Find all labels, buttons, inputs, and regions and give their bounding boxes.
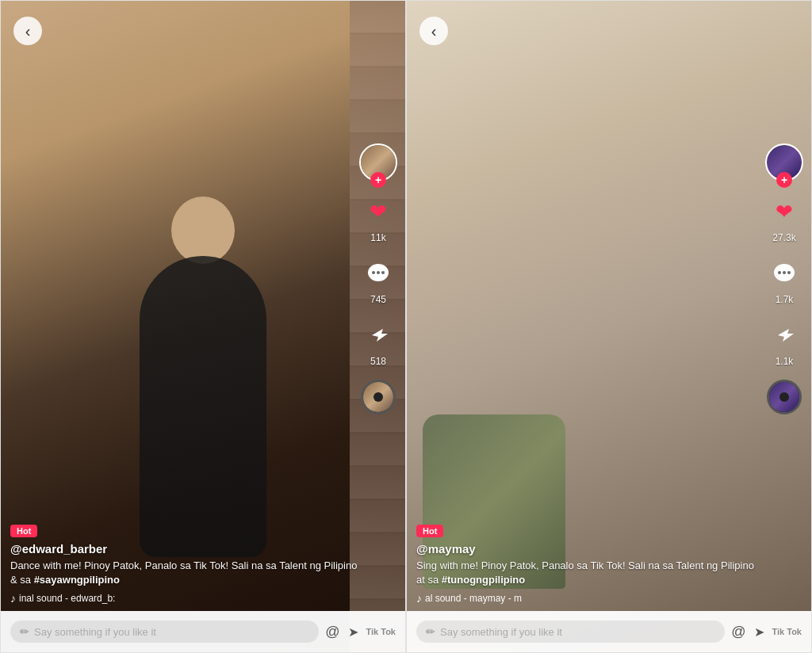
back-icon-left: ‹ xyxy=(25,22,31,40)
like-count-right: 27.3k xyxy=(772,232,795,243)
comment-bar-left: ✏ Say something if you like it @ ➤ Tik T… xyxy=(1,611,405,652)
pencil-icon-right: ✏ xyxy=(426,625,435,638)
back-icon-right: ‹ xyxy=(431,22,437,40)
right-actions-left: + ❤ 11k 745 xyxy=(359,143,397,414)
avatar-container-right[interactable]: + xyxy=(765,143,803,181)
sound-info-right[interactable]: ♪ al sound - maymay - m xyxy=(416,592,764,605)
comment-action-left[interactable]: 745 xyxy=(361,256,396,305)
sound-text-right: al sound - maymay - m xyxy=(425,593,522,604)
video-panel-right: ‹ + ❤ 27.3k xyxy=(406,0,812,653)
hot-badge-left: Hot xyxy=(10,525,37,537)
tiktok-logo-left: Tik Tok xyxy=(366,627,396,636)
comment-count-left: 745 xyxy=(370,294,386,305)
svg-point-1 xyxy=(372,271,375,274)
sound-info-left[interactable]: ♪ inal sound - edward_b: xyxy=(10,592,358,605)
comment-input-left[interactable]: ✏ Say something if you like it xyxy=(10,621,319,643)
back-button-left[interactable]: ‹ xyxy=(13,17,42,45)
username-left[interactable]: @edward_barber xyxy=(10,542,358,556)
share-action-right[interactable]: 1.1k xyxy=(767,318,802,367)
music-note-right: ♪ xyxy=(416,592,422,605)
comment-input-right[interactable]: ✏ Say something if you like it xyxy=(416,621,725,643)
hashtag-right[interactable]: #tunogngpilipino xyxy=(442,574,525,586)
comment-placeholder-left: Say something if you like it xyxy=(34,626,156,638)
comment-icon-left xyxy=(361,256,396,291)
tiktok-logo-right: Tik Tok xyxy=(772,627,802,636)
comment-action-right[interactable]: 1.7k xyxy=(767,256,802,305)
comment-icon-right xyxy=(767,256,802,291)
at-icon-left[interactable]: @ xyxy=(325,624,339,640)
username-right[interactable]: @maymay xyxy=(416,542,764,556)
comment-bar-right: ✏ Say something if you like it @ ➤ Tik T… xyxy=(407,611,811,652)
app-container: ‹ + ❤ 11k xyxy=(0,0,812,653)
svg-point-3 xyxy=(381,271,385,274)
sound-text-left: inal sound - edward_b: xyxy=(19,593,115,604)
svg-point-6 xyxy=(783,271,786,274)
avatar-container-left[interactable]: + xyxy=(359,143,397,181)
svg-point-5 xyxy=(778,271,781,274)
heart-icon-right: ❤ xyxy=(767,194,802,229)
follow-button-right[interactable]: + xyxy=(776,172,792,188)
comment-actions-left: @ ➤ Tik Tok xyxy=(325,624,396,640)
comment-placeholder-right: Say something if you like it xyxy=(440,626,562,638)
share-count-left: 518 xyxy=(370,356,386,367)
like-count-left: 11k xyxy=(370,232,385,243)
back-button-right[interactable]: ‹ xyxy=(419,17,448,45)
share-action-left[interactable]: 518 xyxy=(361,318,396,367)
plus-icon-left: + xyxy=(375,174,381,185)
hashtag-left[interactable]: #sayawngpilipino xyxy=(34,574,120,586)
hot-badge-right: Hot xyxy=(416,525,443,537)
description-left: Dance with me! Pinoy Patok, Panalo sa Ti… xyxy=(10,559,358,587)
comment-count-right: 1.7k xyxy=(776,294,794,305)
music-note-left: ♪ xyxy=(10,592,16,605)
heart-icon-left: ❤ xyxy=(361,194,396,229)
comment-actions-right: @ ➤ Tik Tok xyxy=(731,624,802,640)
pencil-icon-left: ✏ xyxy=(20,625,29,638)
music-disc-right[interactable] xyxy=(767,380,802,414)
share-icon-left xyxy=(361,318,396,353)
plus-icon-right: + xyxy=(781,174,787,185)
right-actions-right: + ❤ 27.3k 1.7k xyxy=(765,143,803,414)
video-panel-left: ‹ + ❤ 11k xyxy=(0,0,406,653)
send-icon-left[interactable]: ➤ xyxy=(348,624,358,640)
svg-point-2 xyxy=(377,271,380,274)
share-count-right: 1.1k xyxy=(776,356,794,367)
like-action-right[interactable]: ❤ 27.3k xyxy=(767,194,802,243)
person-body-left xyxy=(140,256,266,557)
send-icon-right[interactable]: ➤ xyxy=(754,624,764,640)
bottom-info-left: Hot @edward_barber Dance with me! Pinoy … xyxy=(10,523,358,605)
at-icon-right[interactable]: @ xyxy=(731,624,745,640)
like-action-left[interactable]: ❤ 11k xyxy=(361,194,396,243)
music-disc-left[interactable] xyxy=(361,380,396,414)
bottom-info-right: Hot @maymay Sing with me! Pinoy Patok, P… xyxy=(416,523,764,605)
person-head-left xyxy=(171,197,235,264)
share-icon-right xyxy=(767,318,802,353)
svg-point-7 xyxy=(787,271,791,274)
description-right: Sing with me! Pinoy Patok, Panalo sa Tik… xyxy=(416,559,764,587)
follow-button-left[interactable]: + xyxy=(370,172,386,188)
